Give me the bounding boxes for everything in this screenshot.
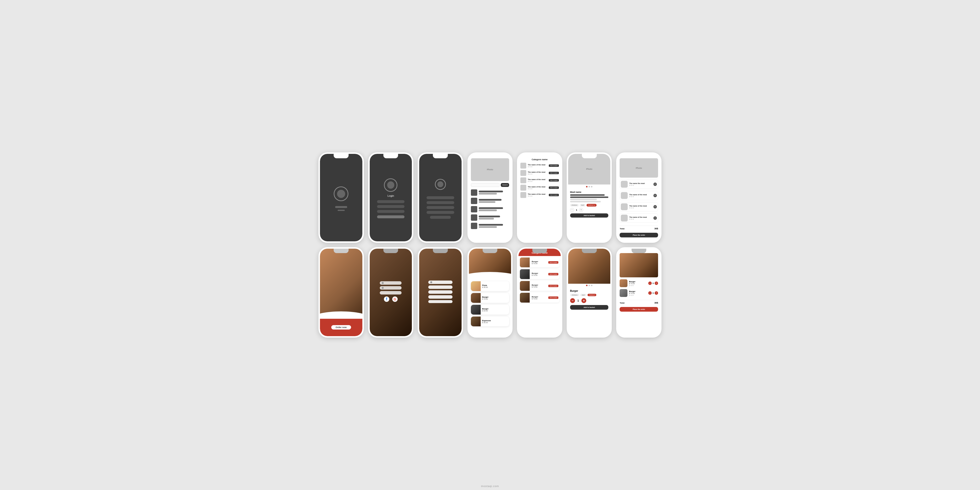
qty-btn[interactable]: +	[654, 205, 657, 208]
cart-item-1[interactable]: The name the meal +	[620, 180, 658, 189]
meal-item-2[interactable]: The name of the meal Add to basket	[520, 170, 559, 176]
menu-item-burger1[interactable]: Burger $ 70.00	[471, 293, 509, 303]
search-input[interactable]	[471, 183, 500, 187]
meal-name: The name of the meal	[528, 186, 547, 188]
menu-field-4[interactable]	[428, 295, 452, 299]
menu-item-espresso[interactable]: Expresso $ 30.00	[471, 317, 509, 326]
category-item-3[interactable]	[471, 206, 509, 212]
search-button[interactable]: Search	[501, 183, 509, 187]
d3	[632, 295, 633, 296]
red-meal-item-1[interactable]: Burger $ 70.00 Add to basket	[520, 258, 559, 267]
dot-3	[591, 285, 592, 286]
menu-user-field[interactable]	[428, 280, 452, 284]
menu-item-2[interactable]	[426, 201, 454, 204]
add-button[interactable]: Add to basket	[549, 172, 559, 174]
google-button[interactable]: G	[392, 296, 398, 302]
order-now-button[interactable]: Order now	[331, 325, 351, 329]
decrease-btn[interactable]: −	[648, 282, 652, 285]
add-to-basket-button[interactable]: Add to basket	[570, 213, 609, 218]
password-field[interactable]	[380, 286, 402, 290]
qty-btn[interactable]: +	[654, 194, 657, 197]
add-button[interactable]: Add to basket	[548, 273, 558, 275]
cart-item-2[interactable]: Burger $ 70.00 − 5 +	[620, 289, 658, 297]
decrease-button[interactable]: −	[570, 298, 575, 303]
add-to-basket-button[interactable]: Add to basket	[570, 305, 609, 310]
meal-item-1[interactable]: The name of the meal Add to basket	[520, 163, 559, 169]
tag-chickens[interactable]: chickens	[570, 294, 579, 296]
facebook-button[interactable]: f	[384, 296, 389, 302]
dot3	[531, 196, 532, 197]
cart-item-2[interactable]: The name of the meal +	[620, 191, 658, 200]
cat-name-bar	[479, 199, 501, 200]
tag-beef[interactable]: beef	[580, 204, 585, 207]
menu-field-3[interactable]	[428, 290, 452, 294]
tag-seafood[interactable]: Seafood ✕	[587, 204, 597, 207]
espresso-thumb	[471, 317, 481, 326]
category-item-5[interactable]	[471, 223, 509, 229]
tag-seafood[interactable]: Seafood	[587, 294, 596, 296]
cart-item-3[interactable]: The name of the meal +	[620, 202, 658, 212]
add-button[interactable]: Add to basket	[548, 261, 558, 264]
menu-item-4[interactable]	[426, 211, 454, 214]
menu-item-5[interactable]	[430, 216, 450, 219]
burger1-price: $ 70.00	[482, 298, 509, 300]
increase-btn[interactable]: +	[655, 291, 658, 295]
dot-2	[589, 186, 590, 188]
red-meal-item-4[interactable]: Burger $ 70.00 Add to basket	[520, 293, 559, 302]
menu-item-burger2[interactable]: Burger $ 30.00	[471, 305, 509, 315]
decrease-btn[interactable]: −	[648, 291, 652, 295]
tag-chickens[interactable]: chickens	[570, 204, 579, 207]
meal-item-3[interactable]: The name of the meal Add to basket	[520, 177, 559, 183]
detail-screen: Photo Meal name chickens beef	[568, 154, 611, 241]
rating-dots	[528, 196, 547, 197]
category-item-4[interactable]	[471, 215, 509, 221]
menu-field-5[interactable]	[428, 300, 452, 303]
red-meal-item-3[interactable]: Burger $ 70.00 Add to basket	[520, 281, 559, 291]
login-field-3[interactable]	[377, 210, 404, 213]
cart-item-1[interactable]: Burger $ 70.00 − 5 +	[620, 279, 658, 287]
increase-btn[interactable]: +	[579, 208, 583, 212]
meal-item-5[interactable]: The name of the meal Add to basket	[520, 192, 559, 198]
notch	[334, 249, 348, 253]
tag-beef[interactable]: beef	[580, 294, 587, 296]
meal-item-4[interactable]: The name of the meal Add to basket	[520, 185, 559, 191]
login-field-1[interactable]	[377, 200, 404, 203]
category-item-1[interactable]	[471, 189, 509, 196]
add-button[interactable]: Add to basket	[548, 296, 558, 299]
d3	[633, 196, 634, 197]
increase-button[interactable]: +	[581, 298, 586, 303]
category-item-2[interactable]	[471, 198, 509, 204]
increase-btn[interactable]: +	[655, 282, 658, 285]
menu-field-2[interactable]	[428, 285, 452, 289]
quantity-row: − 1 +	[570, 298, 609, 303]
decrease-btn[interactable]: −	[570, 208, 574, 212]
red-meal-item-2[interactable]: Burger $ 70.00 Add to basket	[520, 269, 559, 279]
menu-item-1[interactable]	[426, 196, 454, 199]
add-button[interactable]: Add to basket	[549, 194, 559, 196]
menu-item-pizza[interactable]: Pizza $ 30.00	[471, 281, 509, 291]
meal-photo: Photo	[568, 154, 611, 185]
notch	[433, 249, 448, 253]
pizza-info: Pizza $ 30.00	[482, 284, 509, 288]
add-button[interactable]: Add to basket	[549, 164, 559, 167]
login-field-2[interactable]	[377, 205, 404, 208]
place-order-button[interactable]: Place the ordre	[620, 307, 658, 312]
phone-menu-red	[418, 247, 463, 337]
login-btn[interactable]	[377, 215, 404, 218]
burger1-info: Burger $ 70.00	[482, 296, 509, 300]
add-button[interactable]: Add to basket	[549, 179, 559, 181]
add-button[interactable]: Add to basket	[548, 285, 558, 287]
watermark: mostaqi.com	[481, 485, 499, 488]
add-button[interactable]: Add to basket	[549, 186, 559, 189]
dot3	[531, 188, 532, 189]
cart-item-4[interactable]: The name of the meal +	[620, 213, 658, 223]
extra-field[interactable]	[380, 291, 402, 294]
qty-btn[interactable]: +	[654, 183, 657, 186]
username-field[interactable]	[380, 281, 402, 285]
place-order-button[interactable]: Place the ordre	[620, 233, 658, 237]
qty-btn[interactable]: +	[654, 216, 657, 220]
user-icon	[382, 282, 384, 284]
menu-item-3[interactable]	[426, 206, 454, 209]
menu-red-screen	[419, 249, 461, 336]
cat-sub-bar	[479, 193, 497, 194]
